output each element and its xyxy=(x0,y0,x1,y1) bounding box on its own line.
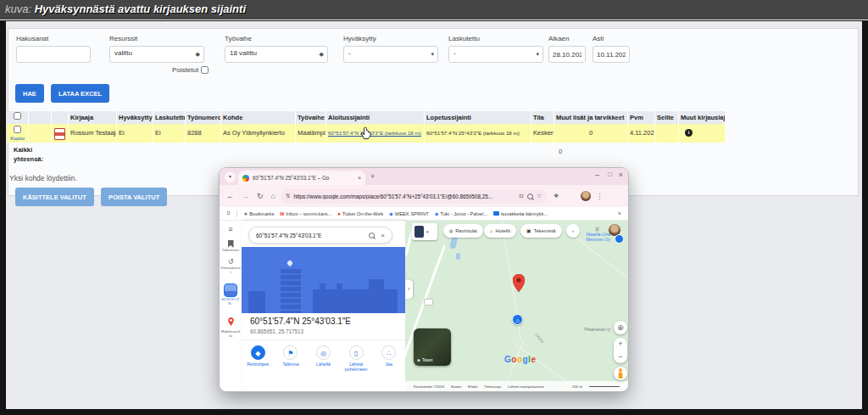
google-logo: Google xyxy=(504,355,536,364)
pdf-icon[interactable] xyxy=(54,128,65,140)
col-muut-lisat[interactable]: Muut lisät ja tarvikkeet xyxy=(554,111,628,124)
attribution-link[interactable]: Ehdot xyxy=(468,384,477,389)
profile-avatar[interactable] xyxy=(581,191,591,201)
red-map-pin-icon[interactable] xyxy=(513,274,525,292)
extensions-icon[interactable]: ❖ xyxy=(554,193,559,199)
map-canvas[interactable]: Lasitie ▾ ψRavintolat ⌂Hotellit ▣Tekemis… xyxy=(405,221,628,391)
aloitussijainti-link[interactable]: 60°51'57.4"N 25°43'3"E (tarkkuus 18 m) xyxy=(328,130,421,136)
col-tyonumero[interactable]: Työnumero xyxy=(186,111,221,124)
tyovaihe-select[interactable]: 18 valittu ◆ xyxy=(225,46,328,63)
col-aloitussijainti[interactable]: Aloitussijainti xyxy=(326,111,425,124)
alkaen-date-input[interactable] xyxy=(548,46,586,63)
window-close-icon[interactable]: × xyxy=(619,171,623,179)
col-tila[interactable]: Tila xyxy=(531,111,554,124)
select-all-checkbox[interactable] xyxy=(14,112,21,120)
maps-left-rail: ≡ Tallennettu ↺ Viimeaikaiset 60°51'57.4… xyxy=(220,221,242,391)
attribution-link[interactable]: Suomi xyxy=(451,384,461,389)
hyvaksytty-select[interactable]: - ▾ xyxy=(343,46,438,63)
back-icon[interactable]: ← xyxy=(226,192,234,200)
reload-icon[interactable]: ↻ xyxy=(257,192,264,200)
bookmark-star-icon[interactable]: ☆ xyxy=(537,193,542,199)
apps-grid-icon[interactable]: ⠿ xyxy=(226,210,231,217)
lataa-excel-button[interactable]: LATAA EXCEL xyxy=(51,84,109,103)
col-selite[interactable]: Selite xyxy=(655,111,679,124)
col-lopetussijainti[interactable]: Lopetussijainti xyxy=(425,111,531,124)
rail-item-saved[interactable]: Tallennettu xyxy=(220,240,242,253)
info-icon[interactable]: i xyxy=(685,129,693,137)
poi-dot-icon[interactable] xyxy=(615,234,624,244)
col-tyovaihe[interactable]: Työvaihe xyxy=(296,111,326,124)
zoom-in-button[interactable]: + xyxy=(614,338,627,351)
col-kohde[interactable]: Kohde xyxy=(221,111,296,124)
rail-item-recent[interactable]: ↺ Viimeaikaiset xyxy=(220,259,242,275)
bookmark-item[interactable]: ◆WEEK SPRINT xyxy=(389,210,429,216)
layers-button[interactable]: ◈ Tasot xyxy=(414,328,451,366)
menu-icon[interactable]: ≡ xyxy=(220,225,242,233)
directions-button[interactable]: ◆ Reittiohjeet xyxy=(242,345,275,372)
bookmark-item[interactable]: ●Ticket On-the-Web xyxy=(337,211,383,216)
site-settings-icon[interactable]: ⇅ xyxy=(286,193,290,199)
hakusanat-input[interactable] xyxy=(16,46,91,63)
poi-label[interactable]: Maatila-LihaMeronen Oy xyxy=(571,233,610,243)
hae-button[interactable]: HAE xyxy=(15,84,44,103)
poistetut-checkbox[interactable] xyxy=(201,66,209,74)
bookmark-item[interactable]: MInbox – tommi.kant... xyxy=(280,211,331,216)
save-button[interactable]: ⚑ Tallenna xyxy=(275,345,308,372)
zoom-controls[interactable]: + − xyxy=(614,338,627,363)
bookmark-item[interactable]: kuvakkeita kännykk... xyxy=(493,211,548,216)
col-hyvaksytty[interactable]: Hyväksytty xyxy=(117,111,153,124)
tab-search-icon[interactable]: ▾ xyxy=(225,171,236,182)
col-kirjaaja[interactable]: Kirjaaja xyxy=(69,111,117,124)
cast-icon[interactable]: ⊡ xyxy=(519,193,523,199)
col-muut-kirjauslajit[interactable]: Muut kirjauslajit xyxy=(679,111,726,124)
new-tab-icon[interactable]: + xyxy=(370,172,375,181)
kasittele-valitut-button[interactable]: KÄSITTELE VALITUT xyxy=(15,188,94,206)
laskutettu-select[interactable]: - ▾ xyxy=(448,46,543,63)
poistetut-label: Poistetut xyxy=(172,66,198,74)
minimize-icon[interactable]: – xyxy=(595,171,599,179)
bookmark-item[interactable]: ◆Tuki - Jonot - Palvel... xyxy=(435,210,487,216)
col-laskutettu[interactable]: Laskutettu xyxy=(153,111,186,124)
result-count-text: Yksi kohde löydettiin. xyxy=(9,174,77,182)
address-bar[interactable]: ⇅ https://www.google.com/maps/place/60°5… xyxy=(281,189,547,204)
col-pvm[interactable]: Pvm xyxy=(628,111,655,124)
copy-link[interactable]: Kopioi xyxy=(10,136,25,141)
browser-tab[interactable]: 60°51'57.4"N 25°43'03.1"E – Go × xyxy=(238,171,365,185)
clear-search-icon[interactable]: × xyxy=(381,232,385,239)
kebab-menu-icon[interactable]: ⋮ xyxy=(596,193,603,200)
zoom-out-button[interactable]: − xyxy=(614,351,627,363)
search-icon[interactable] xyxy=(369,233,375,238)
collapse-panel-button[interactable]: ‹ xyxy=(405,280,413,299)
blue-poi-marker-icon[interactable]: ⌂ xyxy=(512,314,523,325)
poi-label-secondary: Pitsaniemen ry xyxy=(573,328,610,332)
hyvaksytty-label: Hyväksytty xyxy=(343,35,376,42)
map-type-button[interactable]: ▾ xyxy=(412,223,437,240)
send-to-phone-button[interactable]: ▯ Lähetä puhelimeen xyxy=(340,345,373,372)
nearby-button[interactable]: ◎ Lähellä xyxy=(307,345,340,372)
poista-valitut-button[interactable]: POISTA VALITUT xyxy=(101,188,167,206)
chip-hotels[interactable]: ⌂Hotellit xyxy=(484,224,516,238)
my-location-button[interactable]: ⊕ xyxy=(614,321,627,334)
forward-icon[interactable]: → xyxy=(242,192,249,200)
hand-cursor-icon xyxy=(360,127,371,140)
share-button[interactable]: ∴ Jaa xyxy=(372,345,405,372)
home-icon[interactable]: ⌂ xyxy=(271,192,275,200)
cell-tila: Kesken xyxy=(531,124,554,143)
rail-item-selected-place[interactable]: 60°51'57.4"N.. xyxy=(220,283,242,306)
divider xyxy=(236,210,237,217)
tab-close-icon[interactable]: × xyxy=(358,175,361,181)
bookmarks-overflow-icon[interactable]: » xyxy=(618,210,621,216)
bookmark-item[interactable]: ★Bookmarks xyxy=(243,211,274,216)
attribution-link[interactable]: Lähetä tuotepalautetta xyxy=(508,384,544,389)
pegman-button[interactable] xyxy=(614,367,627,380)
maps-search-box[interactable]: 60°51'57.4"N 25°43'03.1"E × xyxy=(248,227,392,244)
resurssit-select[interactable]: valittu ◆ xyxy=(109,46,204,63)
row-checkbox[interactable] xyxy=(14,126,21,133)
attribution-link[interactable]: Tietosuoja xyxy=(484,384,501,389)
chip-restaurants[interactable]: ψRavintolat xyxy=(443,224,483,238)
rail-item-mobile-app[interactable]: Mobiilisovellus xyxy=(220,314,242,339)
asti-date-input[interactable] xyxy=(593,46,630,63)
chip-things-to-do[interactable]: ▣Tekemistä xyxy=(520,224,562,238)
maximize-icon[interactable]: □ xyxy=(608,171,612,178)
zoom-icon[interactable] xyxy=(527,193,533,199)
